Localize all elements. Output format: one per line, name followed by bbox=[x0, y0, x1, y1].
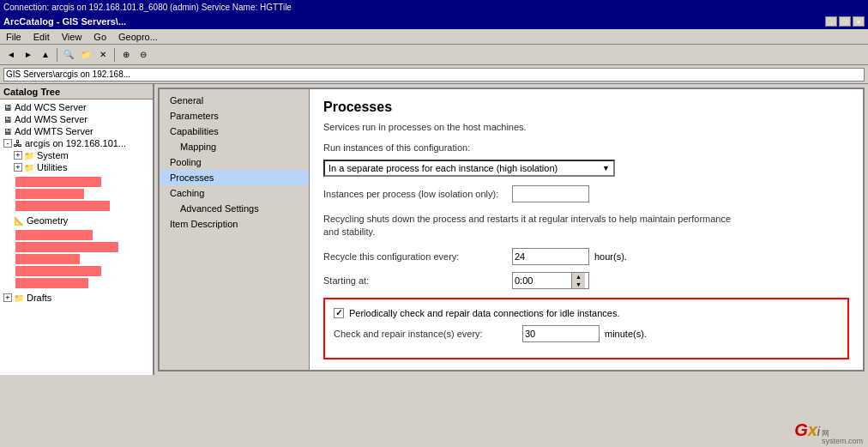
nav-pooling[interactable]: Pooling bbox=[160, 154, 309, 170]
page-title: Processes bbox=[323, 100, 849, 115]
tree-item-geometry[interactable]: 📐 Geometry bbox=[12, 214, 151, 227]
highlight-box: ✓ Periodically check and repair data con… bbox=[323, 298, 849, 359]
tree-item-drafts[interactable]: + 📁 Drafts bbox=[2, 292, 151, 304]
run-instances-select-row: In a separate process for each instance … bbox=[323, 160, 849, 177]
folder-icon-2: 📁 bbox=[24, 151, 34, 160]
check-repair-unit: minute(s). bbox=[605, 329, 647, 339]
nav-capabilities[interactable]: Capabilities bbox=[160, 124, 309, 139]
redacted-group bbox=[12, 173, 151, 214]
tree-label: arcgis on 192.168.101... bbox=[25, 138, 126, 148]
expand-icon-system[interactable]: + bbox=[14, 151, 22, 160]
content-area: Catalog Tree 🖥 Add WCS Server 🖥 Add WMS … bbox=[0, 84, 868, 375]
connection-text: Connection: arcgis on 192.168.101.8_6080… bbox=[3, 3, 292, 12]
menu-go[interactable]: Go bbox=[91, 31, 109, 43]
time-spinners: ▲ ▼ bbox=[571, 273, 585, 288]
spin-down-button[interactable]: ▼ bbox=[572, 281, 585, 288]
check-repair-row: Check and repair instance(s) every: minu… bbox=[334, 325, 839, 342]
toolbar-folder-button[interactable]: 📁 bbox=[78, 47, 93, 63]
dialog-nav: General Parameters Capabilities Mapping … bbox=[160, 89, 310, 370]
run-instances-row: Run instances of this configuration: bbox=[323, 142, 849, 153]
tree-label: Utilities bbox=[37, 162, 67, 172]
starting-at-input[interactable] bbox=[513, 273, 571, 288]
check-repair-input[interactable] bbox=[522, 325, 600, 342]
dropdown-arrow-icon[interactable]: ▼ bbox=[602, 164, 610, 172]
nav-parameters[interactable]: Parameters bbox=[160, 108, 309, 124]
instances-per-process-input[interactable] bbox=[512, 185, 589, 202]
arccatalog-title: ArcCatalog - GIS Servers\... bbox=[3, 16, 126, 27]
folder-icon-drafts: 📁 bbox=[14, 293, 24, 303]
redacted-item-5 bbox=[15, 242, 118, 252]
connection-bar: Connection: arcgis on 192.168.101.8_6080… bbox=[0, 0, 868, 14]
nav-caching[interactable]: Caching bbox=[160, 185, 309, 201]
right-panel: General Parameters Capabilities Mapping … bbox=[154, 84, 868, 375]
menu-file[interactable]: File bbox=[3, 31, 24, 43]
tree-item-add-wms[interactable]: 🖥 Add WMS Server bbox=[2, 113, 151, 125]
toolbar-forward-button[interactable]: ► bbox=[21, 47, 36, 63]
toolbar-search-button[interactable]: 🔍 bbox=[61, 47, 76, 63]
maximize-button[interactable]: □ bbox=[839, 16, 851, 27]
arccatalog-titlebar: ArcCatalog - GIS Servers\... _ □ × bbox=[0, 14, 868, 29]
toolbar: ◄ ► ▲ 🔍 📁 ✕ ⊕ ⊖ bbox=[0, 45, 868, 65]
toolbar-back-button[interactable]: ◄ bbox=[3, 47, 19, 63]
watermark: G x i 网system.com bbox=[794, 420, 863, 445]
watermark-site: 网system.com bbox=[822, 430, 863, 445]
starting-at-input-group: ▲ ▼ bbox=[512, 272, 589, 289]
server-icon-2: 🖥 bbox=[3, 115, 12, 124]
geometry-icon: 📐 bbox=[14, 216, 24, 226]
check-repair-label: Check and repair instance(s) every: bbox=[334, 329, 522, 339]
expand-icon-drafts[interactable]: + bbox=[3, 293, 12, 302]
redacted-item-3 bbox=[15, 201, 110, 211]
redacted-item-6 bbox=[15, 254, 80, 264]
watermark-x: x bbox=[808, 420, 817, 440]
menu-geopro[interactable]: Geopro... bbox=[116, 31, 160, 43]
tree-item-arcgis[interactable]: - 🖧 arcgis on 192.168.101... bbox=[2, 137, 151, 149]
dialog-content: General Parameters Capabilities Mapping … bbox=[160, 89, 863, 370]
periodically-check-checkbox[interactable]: ✓ bbox=[334, 308, 344, 318]
starting-at-label: Starting at: bbox=[323, 275, 512, 286]
redacted-item-2 bbox=[15, 189, 84, 199]
nav-item-description[interactable]: Item Description bbox=[160, 216, 309, 232]
catalog-tree-content: 🖥 Add WCS Server 🖥 Add WMS Server 🖥 Add … bbox=[0, 100, 153, 375]
toolbar-up-button[interactable]: ▲ bbox=[38, 47, 53, 63]
recycle-row: Recycle this configuration every: hour(s… bbox=[323, 248, 849, 265]
recycle-input[interactable] bbox=[512, 248, 589, 265]
minimize-button[interactable]: _ bbox=[825, 16, 837, 27]
tree-item-add-wcs[interactable]: 🖥 Add WCS Server bbox=[2, 101, 151, 113]
expand-icon-arcgis[interactable]: - bbox=[3, 139, 12, 148]
spin-up-button[interactable]: ▲ bbox=[572, 273, 585, 281]
menu-bar: File Edit View Go Geopro... bbox=[0, 29, 868, 45]
toolbar-connect-button[interactable]: ⊕ bbox=[118, 47, 134, 63]
watermark-g: G bbox=[794, 420, 808, 440]
tree-item-add-wmts[interactable]: 🖥 Add WMTS Server bbox=[2, 125, 151, 137]
close-button[interactable]: × bbox=[853, 16, 865, 27]
tree-label: Geometry bbox=[27, 215, 68, 226]
nav-processes[interactable]: Processes bbox=[160, 170, 309, 185]
tree-item-utilities[interactable]: + 📁 Utilities bbox=[12, 161, 151, 173]
toolbar-separator-2 bbox=[114, 48, 115, 62]
run-instances-select[interactable]: In a separate process for each instance … bbox=[323, 160, 615, 177]
expand-icon-utilities[interactable]: + bbox=[14, 163, 22, 172]
redacted-item-1 bbox=[15, 177, 101, 187]
redacted-item-8 bbox=[15, 278, 88, 288]
tree-indent-system: + 📁 System + 📁 Utilities 📐 Geom bbox=[2, 149, 151, 292]
nav-mapping[interactable]: Mapping bbox=[160, 139, 309, 154]
instances-per-process-row: Instances per process (low isolation onl… bbox=[323, 185, 849, 202]
recycle-label: Recycle this configuration every: bbox=[323, 251, 512, 262]
tree-label: System bbox=[37, 150, 69, 160]
address-input[interactable] bbox=[3, 68, 865, 82]
toolbar-disconnect-button[interactable]: ⊖ bbox=[136, 47, 151, 63]
folder-icon-3: 📁 bbox=[24, 163, 34, 172]
menu-view[interactable]: View bbox=[59, 31, 85, 43]
catalog-tree-title: Catalog Tree bbox=[0, 84, 153, 100]
dialog-window: General Parameters Capabilities Mapping … bbox=[158, 88, 865, 371]
menu-edit[interactable]: Edit bbox=[31, 31, 52, 43]
toolbar-separator-1 bbox=[57, 48, 57, 62]
nav-general[interactable]: General bbox=[160, 93, 309, 108]
periodically-check-label: Periodically check and repair data conne… bbox=[349, 308, 620, 318]
toolbar-delete-button[interactable]: ✕ bbox=[95, 47, 111, 63]
tree-label: Add WMTS Server bbox=[15, 126, 93, 136]
nav-advanced-settings[interactable]: Advanced Settings bbox=[160, 201, 309, 216]
starting-at-row: Starting at: ▲ ▼ bbox=[323, 272, 849, 289]
redacted-group-2 bbox=[12, 227, 151, 292]
tree-item-system[interactable]: + 📁 System bbox=[12, 149, 151, 161]
